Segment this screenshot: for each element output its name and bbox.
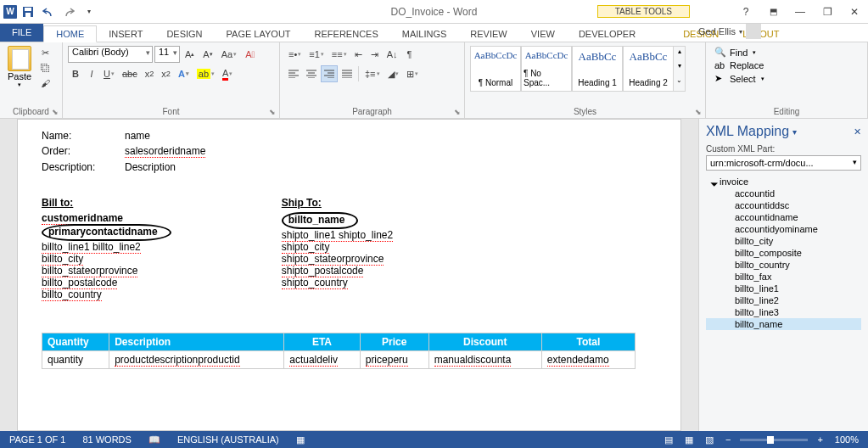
- save-icon[interactable]: [19, 3, 37, 21]
- decrease-indent-icon[interactable]: ⇤: [351, 46, 367, 63]
- tree-item[interactable]: billto_line2: [706, 294, 861, 306]
- superscript-button[interactable]: x2: [158, 65, 174, 82]
- status-words[interactable]: 81 WORDS: [80, 434, 133, 445]
- style-heading2[interactable]: AaBbCcHeading 2: [623, 46, 674, 92]
- help-icon[interactable]: ?: [732, 3, 759, 21]
- zoom-slider[interactable]: [740, 439, 808, 441]
- tree-item[interactable]: billto_country: [706, 259, 861, 271]
- close-icon[interactable]: ✕: [841, 3, 868, 21]
- styles-gallery-scroll[interactable]: ▴▾⌄: [674, 46, 686, 92]
- cut-icon[interactable]: ✂: [37, 46, 53, 59]
- tab-mailings[interactable]: MAILINGS: [390, 26, 459, 42]
- style-normal[interactable]: AaBbCcDc¶ Normal: [470, 46, 521, 92]
- select-button[interactable]: ➤Select▾: [711, 72, 862, 85]
- tab-developer[interactable]: DEVELOPER: [567, 26, 647, 42]
- show-marks-icon[interactable]: ¶: [402, 46, 417, 63]
- borders-icon[interactable]: ⊞: [403, 65, 422, 82]
- tree-item[interactable]: accountidname: [706, 211, 861, 223]
- paragraph-launcher-icon[interactable]: ⬊: [454, 108, 461, 116]
- tree-item-selected[interactable]: billto_name: [706, 318, 861, 330]
- sort-icon[interactable]: A↓: [384, 46, 401, 63]
- highlight-color-icon[interactable]: ab: [193, 65, 218, 82]
- user-name[interactable]: Ged Ellis: [698, 26, 736, 36]
- font-family-combo[interactable]: Calibri (Body): [68, 46, 153, 63]
- tab-review[interactable]: REVIEW: [458, 26, 518, 42]
- invoice-table[interactable]: Quantity Description ETA Price Discount …: [42, 333, 636, 369]
- ribbon-options-icon[interactable]: ⬒: [759, 3, 787, 21]
- italic-button[interactable]: I: [84, 65, 99, 82]
- status-page[interactable]: PAGE 1 OF 1: [7, 434, 68, 445]
- tab-view[interactable]: VIEW: [519, 26, 567, 42]
- tab-home[interactable]: HOME: [43, 25, 97, 42]
- grow-font-icon[interactable]: A▴: [182, 46, 198, 63]
- styles-launcher-icon[interactable]: ⬊: [695, 108, 702, 116]
- tree-item[interactable]: accountidyominame: [706, 223, 861, 235]
- justify-icon[interactable]: [339, 65, 356, 82]
- clipboard-launcher-icon[interactable]: ⬊: [52, 108, 59, 116]
- zoom-in-icon[interactable]: +: [815, 434, 825, 445]
- xml-pane-close-icon[interactable]: ✕: [854, 126, 861, 137]
- font-size-combo[interactable]: 11: [154, 46, 180, 63]
- tab-insert[interactable]: INSERT: [97, 26, 154, 42]
- style-no-spacing[interactable]: AaBbCcDc¶ No Spac...: [521, 46, 572, 92]
- table-row[interactable]: quantity productdescriptionproductid act…: [42, 351, 636, 369]
- find-button[interactable]: 🔍Find▾: [711, 46, 862, 59]
- format-painter-icon[interactable]: 🖌: [37, 76, 53, 90]
- redo-icon[interactable]: [59, 3, 78, 21]
- tab-references[interactable]: REFERENCES: [303, 26, 390, 42]
- tree-item[interactable]: accountid: [706, 188, 861, 199]
- align-left-icon[interactable]: [285, 65, 302, 82]
- tree-item[interactable]: billto_composite: [706, 247, 861, 259]
- tab-page-layout[interactable]: PAGE LAYOUT: [215, 26, 303, 42]
- increase-indent-icon[interactable]: ⇥: [367, 46, 383, 63]
- tree-item[interactable]: billto_fax: [706, 271, 861, 283]
- xml-pane-menu-icon[interactable]: ▾: [792, 127, 797, 137]
- font-launcher-icon[interactable]: ⬊: [269, 108, 276, 116]
- bold-button[interactable]: B: [68, 65, 83, 82]
- copy-icon[interactable]: ⿻: [37, 61, 53, 75]
- change-case-icon[interactable]: Aa: [218, 46, 240, 63]
- status-language[interactable]: ENGLISH (AUSTRALIA): [175, 434, 282, 445]
- tree-root[interactable]: invoice: [706, 176, 861, 188]
- replace-button[interactable]: abReplace: [711, 59, 862, 71]
- subscript-button[interactable]: x2: [142, 65, 158, 82]
- tree-item[interactable]: billto_line1: [706, 283, 861, 294]
- zoom-level[interactable]: 100%: [832, 434, 861, 445]
- tree-item[interactable]: billto_city: [706, 235, 861, 247]
- user-avatar[interactable]: [746, 24, 761, 39]
- qat-customize-icon[interactable]: ▾: [80, 3, 98, 21]
- restore-icon[interactable]: ❐: [814, 3, 841, 21]
- view-print-icon[interactable]: ▦: [682, 434, 696, 445]
- numbering-icon[interactable]: ≡1: [305, 46, 328, 63]
- minimize-icon[interactable]: —: [787, 3, 814, 21]
- xml-part-combo[interactable]: urn:microsoft-crm/docu...: [706, 155, 861, 171]
- bullets-icon[interactable]: ≡•: [285, 46, 305, 63]
- shading-icon[interactable]: ◢: [384, 65, 402, 82]
- underline-button[interactable]: U: [100, 65, 118, 82]
- view-web-icon[interactable]: ▧: [703, 434, 716, 445]
- undo-icon[interactable]: [39, 3, 58, 21]
- document-area[interactable]: Name:name Order:salesorderidname Descrip…: [0, 119, 698, 431]
- line-spacing-icon[interactable]: ‡≡: [361, 65, 384, 82]
- zoom-out-icon[interactable]: −: [723, 434, 733, 445]
- tree-item[interactable]: billto_line3: [706, 306, 861, 318]
- shrink-font-icon[interactable]: A▾: [199, 46, 216, 63]
- view-read-icon[interactable]: ▤: [662, 434, 675, 445]
- font-color-icon[interactable]: A: [219, 65, 236, 82]
- text-effects-icon[interactable]: A: [175, 65, 193, 82]
- align-center-icon[interactable]: [303, 65, 320, 82]
- strikethrough-button[interactable]: abc: [119, 65, 141, 82]
- select-icon: ➤: [714, 73, 726, 84]
- style-heading1[interactable]: AaBbCcHeading 1: [572, 46, 623, 92]
- paste-button[interactable]: Paste ▾: [5, 46, 34, 88]
- status-proof-icon[interactable]: 📖: [146, 434, 163, 445]
- status-macro-icon[interactable]: ▦: [294, 434, 307, 445]
- align-right-icon[interactable]: [321, 65, 338, 82]
- tab-design[interactable]: DESIGN: [154, 26, 214, 42]
- multilevel-list-icon[interactable]: ≡≡: [328, 46, 350, 63]
- clear-formatting-icon[interactable]: A⃠: [242, 46, 258, 63]
- tree-item[interactable]: accountiddsc: [706, 199, 861, 211]
- xml-tree[interactable]: invoice accountid accountiddsc accountid…: [706, 176, 861, 426]
- tab-file[interactable]: FILE: [0, 23, 43, 42]
- clipboard-group-label: Clipboard: [13, 107, 49, 116]
